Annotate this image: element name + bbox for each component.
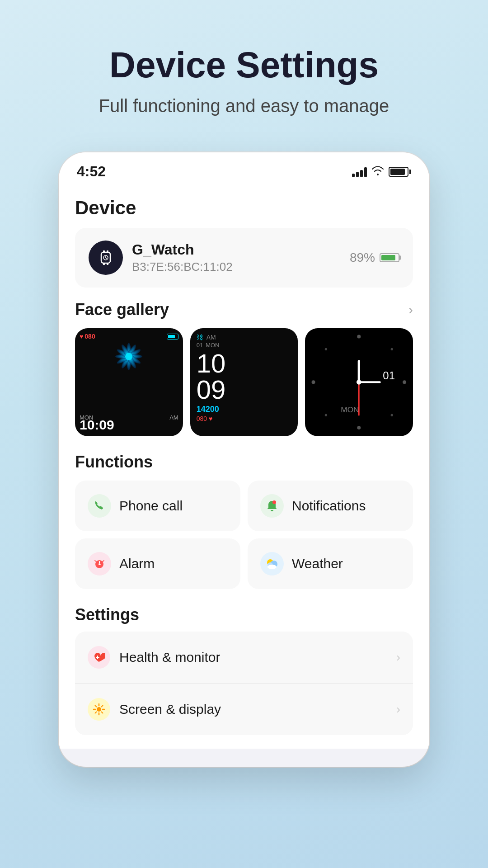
face2-date-row: 01 MON — [197, 342, 220, 349]
screen-display-icon — [88, 698, 110, 721]
svg-point-26 — [357, 380, 361, 385]
face-gallery-chevron-icon[interactable]: › — [408, 302, 413, 317]
svg-point-17 — [312, 380, 315, 384]
signal-bar-1 — [352, 174, 355, 177]
settings-list: Health & monitor › — [75, 632, 413, 735]
status-bar: 4:52 — [59, 152, 429, 184]
face2-top-row: ⛓ AM — [197, 334, 216, 341]
svg-point-33 — [99, 563, 100, 565]
svg-point-19 — [325, 348, 327, 350]
svg-point-37 — [267, 565, 277, 569]
svg-line-46 — [102, 712, 103, 713]
svg-point-18 — [403, 380, 406, 384]
health-monitor-label: Health & monitor — [119, 650, 220, 665]
device-left: G_Watch B3:7E:56:BC:11:02 — [89, 241, 233, 275]
signal-bar-3 — [360, 170, 363, 177]
svg-line-45 — [95, 705, 97, 707]
function-phone-call[interactable]: Phone call — [75, 481, 240, 531]
face-gallery-header: Face gallery › — [75, 300, 413, 319]
face1-time: 10:09 — [80, 417, 114, 433]
page-title: Device Settings — [109, 45, 379, 85]
heart-icon: ♥ — [80, 333, 83, 340]
status-time: 4:52 — [77, 163, 106, 180]
functions-label: Functions — [75, 453, 413, 472]
watch-icon — [97, 249, 115, 267]
watch-face-2[interactable]: ⛓ AM 01 MON 10 09 14200 080 ♥ — [190, 328, 298, 436]
svg-point-16 — [357, 426, 361, 429]
notifications-icon — [260, 494, 284, 518]
settings-item-screen-left: Screen & display — [88, 698, 221, 721]
phone-frame: 4:52 Dev — [59, 152, 429, 767]
function-alarm-label: Alarm — [119, 556, 155, 571]
svg-rect-39 — [96, 657, 99, 658]
device-card[interactable]: G_Watch B3:7E:56:BC:11:02 89% — [75, 228, 413, 288]
settings-item-screen[interactable]: Screen & display › — [75, 684, 413, 735]
health-monitor-icon — [88, 646, 110, 669]
watch-face-1-flower — [110, 337, 148, 376]
health-monitor-chevron-icon: › — [396, 650, 400, 665]
weather-icon — [260, 552, 284, 576]
page-subtitle: Full functioning and easy to manage — [99, 96, 389, 116]
device-battery-bar — [380, 253, 399, 262]
face2-min: 09 — [197, 377, 226, 403]
watch-face-3[interactable]: 01 MON — [305, 328, 413, 436]
face2-heart: 080 ♥ — [197, 415, 213, 422]
device-battery-percent: 89% — [350, 250, 375, 265]
settings-label: Settings — [75, 605, 413, 624]
svg-point-14 — [125, 353, 132, 360]
phone-call-icon — [88, 494, 111, 518]
device-name: G_Watch — [132, 241, 233, 258]
screen-display-label: Screen & display — [119, 702, 221, 717]
signal-bar-4 — [364, 167, 367, 177]
screen-content: Device G_Watch — [59, 184, 429, 749]
device-mac: B3:7E:56:BC:11:02 — [132, 260, 233, 274]
watch-face-1[interactable]: ♥ 080 MON AM 10:09 — [75, 328, 183, 436]
face3-analog-clock: 01 MON — [305, 328, 413, 436]
device-section-title: Device — [75, 184, 413, 228]
svg-line-47 — [102, 705, 103, 707]
function-weather[interactable]: Weather — [248, 538, 413, 589]
device-battery-fill — [381, 255, 395, 260]
svg-point-15 — [357, 335, 361, 339]
function-alarm[interactable]: Alarm — [75, 538, 240, 589]
svg-line-48 — [95, 712, 97, 713]
svg-rect-1 — [103, 250, 105, 253]
function-notifications-label: Notifications — [292, 498, 366, 514]
svg-text:MON: MON — [341, 405, 359, 414]
device-battery: 89% — [350, 250, 399, 265]
face2-steps: 14200 — [197, 405, 219, 414]
status-icons — [352, 165, 411, 179]
signal-bar-2 — [356, 172, 359, 177]
functions-grid: Phone call Notifications — [75, 481, 413, 589]
svg-point-22 — [391, 414, 393, 416]
svg-point-20 — [391, 348, 393, 350]
function-notifications[interactable]: Notifications — [248, 481, 413, 531]
svg-rect-31 — [99, 561, 100, 563]
function-phone-call-label: Phone call — [119, 498, 183, 514]
svg-text:01: 01 — [383, 369, 395, 382]
face2-ampm: AM — [206, 334, 216, 341]
svg-rect-3 — [103, 263, 105, 265]
face2-day-num: 01 — [197, 342, 203, 349]
settings-item-health[interactable]: Health & monitor › — [75, 632, 413, 684]
face-gallery-label: Face gallery — [75, 300, 169, 319]
svg-rect-4 — [107, 263, 108, 265]
settings-item-health-left: Health & monitor — [88, 646, 220, 669]
svg-point-40 — [97, 707, 101, 712]
face1-ampm: AM — [169, 414, 178, 421]
svg-rect-2 — [107, 250, 108, 253]
svg-line-7 — [106, 258, 107, 259]
battery-icon — [389, 167, 411, 177]
device-battery-tip — [399, 255, 401, 260]
face1-heart-value: 080 — [84, 333, 95, 340]
device-info: G_Watch B3:7E:56:BC:11:02 — [132, 241, 233, 274]
function-weather-label: Weather — [292, 556, 343, 571]
alarm-icon — [88, 552, 111, 576]
face2-chain-icon: ⛓ — [197, 334, 203, 341]
face2-month: MON — [206, 342, 219, 349]
avatar — [89, 241, 123, 275]
svg-point-29 — [272, 500, 276, 504]
screen-display-chevron-icon: › — [396, 702, 400, 717]
wifi-icon — [371, 165, 384, 179]
face2-hour: 10 — [197, 350, 226, 377]
